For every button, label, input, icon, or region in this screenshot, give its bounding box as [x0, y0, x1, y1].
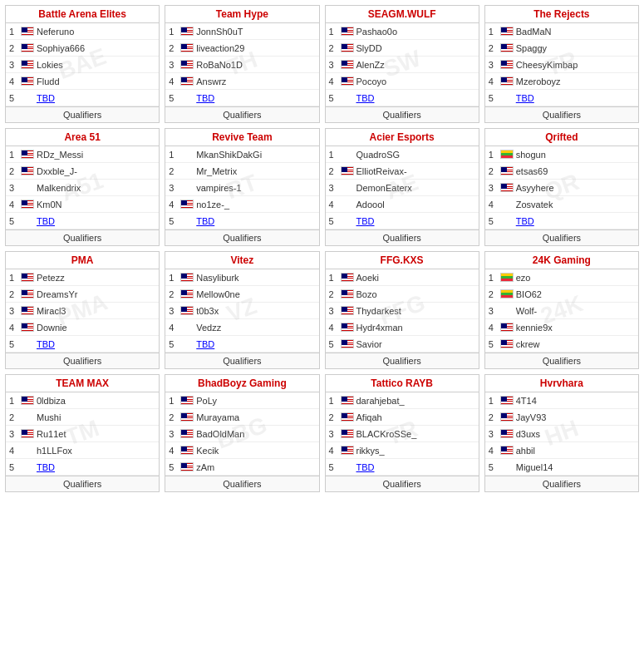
table-row: 1darahjebat_ — [326, 392, 479, 409]
player-number: 3 — [489, 429, 500, 439]
player-name: ckrew — [516, 339, 540, 349]
player-name: Miracl3 — [37, 306, 66, 316]
qualifiers-footer[interactable]: Qualifiers — [485, 106, 638, 122]
qualifiers-footer[interactable]: Qualifiers — [326, 229, 479, 245]
qualifiers-footer[interactable]: Qualifiers — [165, 353, 318, 368]
team-header-area-51: Area 51 — [6, 129, 159, 146]
player-name: PoLy — [196, 396, 217, 406]
player-number: 1 — [489, 150, 500, 160]
table-row: 1ezo — [485, 269, 638, 286]
tbd-label[interactable]: TBD — [356, 93, 375, 103]
player-number: 1 — [329, 150, 341, 160]
tbd-label[interactable]: TBD — [37, 216, 55, 226]
team-box-team-max: TEAM MAX10ldbiza2Mushi3Ru11et4h1LLFox5TB… — [5, 374, 160, 492]
player-name: Mellow0ne — [196, 289, 240, 299]
table-row: 3Malkendrix — [6, 180, 159, 196]
table-row: 3CheesyKimbap — [485, 57, 638, 73]
player-flag — [500, 60, 514, 69]
tbd-label[interactable]: TBD — [37, 462, 55, 472]
player-flag — [341, 412, 354, 422]
team-box-qrifted: Qrifted1shogun2etsas693Asyyhere4Zosvatek… — [484, 128, 639, 246]
player-flag — [180, 412, 194, 422]
player-name: JayV93 — [516, 412, 547, 422]
qualifiers-footer[interactable]: Qualifiers — [485, 476, 638, 491]
tbd-label[interactable]: TBD — [516, 93, 534, 103]
player-name: Mushi — [37, 412, 61, 422]
player-flag — [500, 396, 514, 405]
player-number: 1 — [169, 150, 180, 160]
player-flag — [341, 429, 354, 438]
table-row: 4Kecik — [165, 442, 318, 459]
tbd-label[interactable]: TBD — [196, 93, 214, 103]
table-row: 10ldbiza — [6, 392, 159, 409]
player-flag — [180, 273, 194, 282]
player-number: 4 — [9, 76, 21, 86]
table-row: 2Mellow0ne — [165, 286, 318, 303]
tbd-label[interactable]: TBD — [516, 216, 534, 226]
table-row: 3Thydarkest — [326, 303, 479, 319]
qualifiers-footer[interactable]: Qualifiers — [326, 353, 479, 368]
player-flag — [500, 166, 514, 175]
table-row: 4Zosvatek — [485, 196, 638, 213]
table-row: 5TBD — [326, 213, 479, 229]
player-flag — [21, 396, 34, 405]
player-number: 1 — [9, 27, 21, 37]
player-flag — [500, 323, 514, 332]
table-row: 4Pocoyo — [326, 73, 479, 90]
team-header-bhadboyz-gaming: BhadBoyz Gaming — [165, 375, 318, 392]
player-name: Kecik — [196, 446, 219, 456]
player-flag — [21, 323, 34, 332]
player-number: 5 — [9, 216, 21, 226]
qualifiers-footer[interactable]: Qualifiers — [326, 476, 479, 491]
player-name: Miguel14 — [516, 462, 553, 472]
qualifiers-footer[interactable]: Qualifiers — [6, 229, 159, 245]
qualifiers-footer[interactable]: Qualifiers — [326, 106, 479, 122]
table-row: 5TBD — [6, 336, 159, 353]
player-number: 4 — [489, 446, 500, 456]
player-number: 2 — [329, 166, 341, 176]
team-header-the-rejects: The Rejects — [485, 6, 638, 23]
player-number: 4 — [9, 446, 21, 456]
tbd-label[interactable]: TBD — [196, 216, 214, 226]
table-row: 3vampires-1 — [165, 180, 318, 196]
table-row: 5TBD — [6, 459, 159, 476]
qualifiers-footer[interactable]: Qualifiers — [485, 229, 638, 245]
table-row: 4Hydr4xman — [326, 319, 479, 336]
player-number: 1 — [329, 27, 341, 37]
player-number: 5 — [329, 462, 341, 472]
team-box-battle-arena-elites: Battle Arena Elites1Neferuno2Sophiya6663… — [5, 5, 160, 123]
player-name: ElliotReivax- — [356, 166, 407, 176]
tbd-label[interactable]: TBD — [356, 216, 375, 226]
qualifiers-footer[interactable]: Qualifiers — [485, 353, 638, 368]
table-row: 1MkanShikDakGi — [165, 146, 318, 163]
player-flag — [500, 446, 514, 455]
team-header-vitez: Vitez — [165, 252, 318, 269]
player-flag — [341, 306, 354, 315]
team-box-bhadboyz-gaming: BhadBoyz Gaming1PoLy2Murayama3BadOldMan4… — [165, 374, 319, 492]
player-number: 3 — [329, 60, 341, 70]
table-row: 3t0b3x — [165, 303, 318, 319]
tbd-label[interactable]: TBD — [37, 93, 55, 103]
qualifiers-footer[interactable]: Qualifiers — [6, 106, 159, 122]
qualifiers-footer[interactable]: Qualifiers — [165, 106, 318, 122]
qualifiers-footer[interactable]: Qualifiers — [165, 229, 318, 245]
table-row: 1RDz_Messi — [6, 146, 159, 163]
table-row: 2DreamsYr — [6, 286, 159, 303]
player-name: Dxxble_J- — [37, 166, 77, 176]
team-header-acier-esports: Acier Esports — [326, 129, 479, 146]
table-row: 5TBD — [6, 213, 159, 229]
player-name: AlenZz — [356, 60, 385, 70]
qualifiers-footer[interactable]: Qualifiers — [6, 476, 159, 491]
qualifiers-footer[interactable]: Qualifiers — [165, 476, 318, 491]
player-number: 1 — [9, 396, 21, 406]
table-row: 4h1LLFox — [6, 442, 159, 459]
tbd-label[interactable]: TBD — [356, 462, 375, 472]
tbd-label[interactable]: TBD — [37, 339, 55, 349]
player-name: etsas69 — [516, 166, 548, 176]
player-number: 4 — [169, 200, 180, 210]
table-row: 5TBD — [6, 90, 159, 106]
player-number: 3 — [9, 306, 21, 316]
tbd-label[interactable]: TBD — [196, 339, 214, 349]
player-flag — [500, 273, 514, 282]
qualifiers-footer[interactable]: Qualifiers — [6, 353, 159, 368]
